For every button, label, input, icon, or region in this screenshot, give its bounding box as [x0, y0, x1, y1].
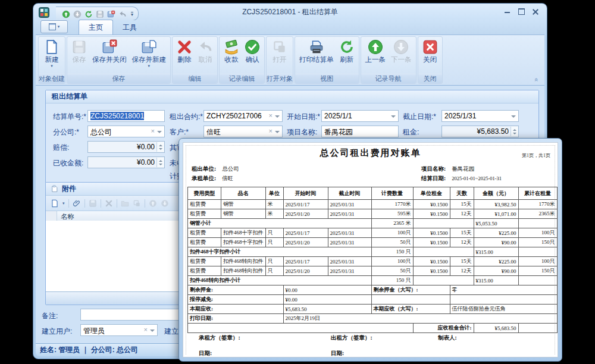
up-circle-icon[interactable]: [149, 199, 157, 208]
report-cell: 2025/01/31: [328, 257, 371, 266]
new-button[interactable]: 新建 ▾: [42, 39, 62, 68]
close-window-button[interactable]: [531, 8, 540, 15]
report-cell: 米: [265, 209, 283, 219]
end-date-picker[interactable]: 2025/1/31: [441, 110, 519, 122]
open-button[interactable]: 打开: [270, 39, 290, 65]
clear-icon[interactable]: ×: [144, 326, 148, 333]
chevron-down-icon[interactable]: [157, 131, 162, 136]
customer-combo[interactable]: 倍旺×: [203, 125, 283, 137]
report-paper: 总公司租出费用对账单 第1页，共1页 租出单位:总公司 承租单位:倍旺 项目名称…: [183, 142, 558, 357]
clear-icon[interactable]: ×: [269, 112, 273, 119]
cancel-button[interactable]: 取消: [195, 39, 215, 65]
ribbon-group-view: 打印结算单 刷新 视图: [295, 36, 359, 84]
report-header-cell: 天数: [450, 187, 474, 200]
chevron-down-icon[interactable]: [391, 115, 396, 120]
chevron-down-icon[interactable]: [511, 115, 516, 120]
maximize-button[interactable]: [517, 8, 525, 15]
lessee-label: 承租单位:: [192, 175, 216, 181]
report-cell: 应收租金合计:: [413, 324, 474, 333]
compensation-input[interactable]: ¥0.00: [87, 141, 165, 153]
report-cell: 租赁费: [188, 209, 221, 219]
titlebar[interactable]: ▾ ZCJS250218001 - 租出结算单: [33, 4, 547, 20]
spinner[interactable]: [511, 127, 518, 136]
branch-combo[interactable]: 总公司×: [87, 125, 165, 137]
spinner[interactable]: [156, 158, 164, 167]
received-input[interactable]: ¥0.00: [87, 156, 165, 168]
print-settlement-button[interactable]: 打印结算单: [297, 39, 336, 65]
save-new-button[interactable]: 保存并新建 ▾: [130, 39, 169, 68]
app-menu-button[interactable]: ▾: [40, 20, 68, 33]
receive-payment-button[interactable]: 收款: [221, 39, 242, 65]
report-cell: [413, 276, 474, 285]
report-cell: [518, 324, 557, 333]
contract-combo[interactable]: ZCHY250217006×: [203, 110, 283, 122]
start-date-label: 开始日期:*: [287, 112, 320, 122]
report-cell: 595米: [371, 209, 413, 219]
settle-period-label: 结算日期:: [421, 175, 446, 181]
undo-icon[interactable]: [118, 10, 127, 18]
paperclip-icon[interactable]: [73, 199, 81, 208]
tab-tools[interactable]: 工具: [113, 20, 146, 34]
app-icon[interactable]: [39, 7, 49, 18]
report-row: 租赁费钢管米2025/01/172025/01/311770米¥0.150015…: [188, 200, 558, 209]
report-cell: 剩余押金（大写）:: [371, 285, 450, 295]
previous-record-button[interactable]: 上一条: [363, 39, 389, 65]
report-cell: ¥1,071.00: [474, 209, 518, 219]
down-circle-icon[interactable]: [161, 199, 169, 208]
start-date-picker[interactable]: 2025/1/1: [321, 110, 399, 122]
report-cell: 150 只: [371, 247, 413, 257]
report-row: 钢管小计2365 米 ¥5,053.50: [188, 219, 558, 228]
minimize-button[interactable]: [503, 8, 511, 15]
report-cell: 钢管: [221, 200, 266, 209]
date-label-2: 日期:: [331, 350, 344, 357]
open-icon[interactable]: [133, 199, 141, 208]
settle-no-input[interactable]: ZCJS250218001: [87, 110, 165, 122]
report-cell: 50只: [371, 238, 413, 247]
chevron-down-icon[interactable]: [275, 115, 280, 120]
next-record-button[interactable]: 下一条: [389, 39, 414, 65]
refresh-button[interactable]: 刷新: [337, 39, 357, 65]
created-time-label-partial: 建立: [164, 327, 178, 337]
save-icon[interactable]: [96, 10, 104, 18]
contract-label: 租出合约:*: [170, 112, 203, 122]
save-button[interactable]: 保存: [69, 39, 89, 65]
page-info: 第1页，共1页: [522, 152, 550, 159]
chevron-down-icon[interactable]: [275, 131, 280, 136]
lessee-value: 倍旺: [222, 175, 233, 181]
previous-record-icon[interactable]: [62, 10, 70, 18]
refresh-icon[interactable]: [84, 10, 93, 18]
created-by-combo[interactable]: 管理员×: [80, 324, 158, 336]
customize-qat-icon[interactable]: ▾: [131, 12, 133, 17]
chevron-down-icon[interactable]: [150, 330, 155, 334]
save-close-icon[interactable]: [107, 10, 115, 18]
report-cell: ¥0.1500: [413, 228, 450, 238]
spinner[interactable]: [156, 142, 164, 152]
folder-icon[interactable]: [121, 199, 129, 208]
project-input[interactable]: 番禺花园: [321, 125, 399, 137]
delete-button[interactable]: 删除: [174, 39, 195, 65]
save-close-button[interactable]: 保存并关闭: [90, 39, 129, 65]
close-button[interactable]: 关闭: [420, 39, 440, 65]
report-header-cell: 单位: [265, 187, 283, 200]
report-cell: 打印日期:: [188, 314, 284, 324]
received-label: 已收金额:: [53, 158, 83, 168]
rent-input[interactable]: ¥5,683.50: [441, 125, 519, 137]
clear-icon[interactable]: ×: [151, 127, 155, 134]
save-icon[interactable]: [89, 199, 97, 208]
report-header-cell: 截止时间: [328, 187, 371, 200]
confirm-button[interactable]: 确认: [242, 39, 262, 65]
delete-x-icon[interactable]: [105, 199, 113, 208]
ribbon-group-close: 关闭 关闭: [418, 36, 443, 84]
tab-home[interactable]: 主页: [79, 20, 113, 34]
report-preview-window[interactable]: 总公司租出费用对账单 第1页，共1页 租出单位:总公司 承租单位:倍旺 项目名称…: [178, 138, 562, 362]
collapse-ribbon-chevron[interactable]: «: [533, 78, 540, 81]
new-doc-icon[interactable]: [51, 199, 59, 208]
next-record-icon[interactable]: [73, 10, 82, 18]
report-row: 应收租金合计:¥5,683.50: [188, 324, 558, 333]
report-cell: ¥5,053.50: [474, 219, 518, 228]
report-cell: ¥0.00: [283, 295, 371, 305]
report-header-cell: 品名: [221, 187, 266, 200]
chevron-down-icon[interactable]: ▾: [62, 201, 65, 206]
report-cell: 2025/01/17: [283, 257, 328, 266]
clear-icon[interactable]: ×: [269, 127, 273, 134]
